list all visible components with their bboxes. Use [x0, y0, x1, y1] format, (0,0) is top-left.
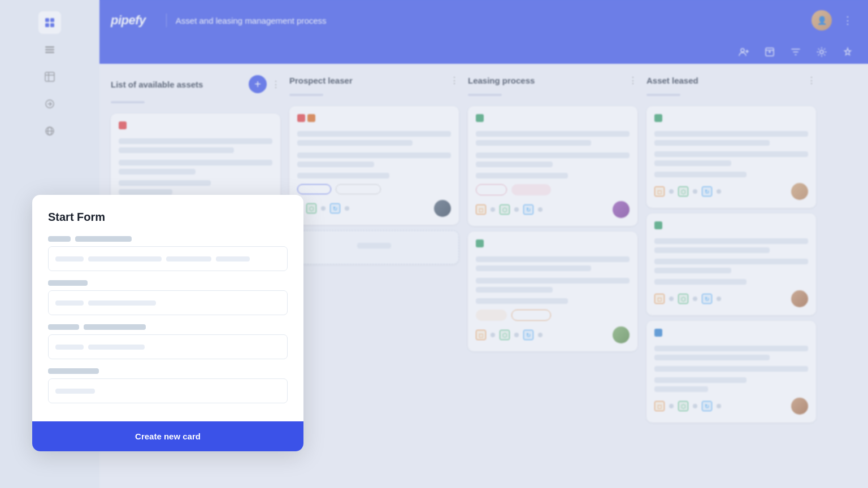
form-label-3: [48, 324, 288, 330]
form-input-skeleton: [55, 345, 84, 350]
form-input-skeleton: [55, 256, 84, 262]
form-input-skeleton: [55, 389, 95, 394]
start-form-title: Start Form: [48, 211, 288, 224]
form-field-1: [48, 236, 288, 271]
form-label-bar: [48, 280, 88, 286]
form-label-bar: [48, 368, 99, 374]
form-input-2[interactable]: [48, 290, 288, 315]
form-field-3: [48, 324, 288, 359]
form-field-2: [48, 280, 288, 315]
form-input-1[interactable]: [48, 246, 288, 271]
form-input-skeleton: [88, 300, 156, 306]
start-form-footer: Create new card: [32, 421, 303, 451]
form-input-skeleton: [88, 345, 145, 350]
form-input-skeleton: [55, 300, 84, 306]
form-label-4: [48, 368, 288, 374]
create-new-card-button[interactable]: Create new card: [135, 432, 201, 441]
form-input-skeleton: [88, 256, 162, 262]
form-label-bar: [48, 236, 71, 242]
form-label-2: [48, 280, 288, 286]
form-input-skeleton: [166, 256, 211, 262]
form-input-4[interactable]: [48, 378, 288, 403]
form-label-bar: [75, 236, 132, 242]
form-label-bar: [48, 324, 79, 330]
form-input-3[interactable]: [48, 334, 288, 359]
form-field-4: [48, 368, 288, 403]
start-form-body: Start Form: [32, 195, 303, 421]
form-input-skeleton: [216, 256, 250, 262]
start-form-modal: Start Form: [32, 195, 303, 451]
form-label-bar: [84, 324, 146, 330]
form-label-1: [48, 236, 288, 242]
